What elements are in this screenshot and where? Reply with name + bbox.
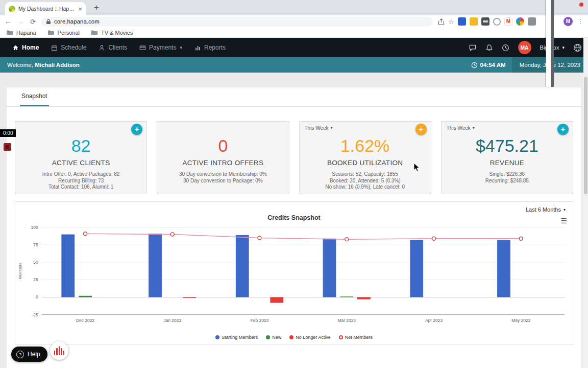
chat-icon[interactable] [469, 44, 477, 52]
extension-icon[interactable] [493, 18, 501, 26]
feedback-widget-icon [54, 351, 56, 355]
scrollbar-track[interactable] [583, 38, 588, 368]
credits-snapshot-card: Last 6 Months ▾ Credits Snapshot ☰ 10075… [15, 201, 573, 344]
svg-text:25: 25 [33, 277, 38, 282]
chart-range-dropdown[interactable]: Last 6 Months ▾ [15, 202, 573, 213]
welcome-bar: Welcome, Michali Addison 04:54 AM Monday… [0, 57, 588, 73]
card-period-dropdown[interactable]: This Week▾ [447, 125, 475, 131]
folder-icon [47, 30, 55, 35]
chevron-down-icon: ▾ [562, 45, 565, 50]
back-icon[interactable]: ← [5, 18, 11, 25]
bookmark-star-icon[interactable]: ☆ [448, 18, 454, 26]
feedback-widget-icon [56, 348, 58, 355]
bar-chart-icon [194, 44, 201, 51]
stat-details: 30 Day conversion to Membership: 0% 30 D… [157, 171, 288, 184]
stat-card-booked-utilization: This Week▾ + 1.62% BOOKED UTILIZATION Se… [299, 121, 431, 194]
card-period-dropdown[interactable]: This Week▾ [305, 125, 333, 131]
nav-item-home[interactable]: Home [6, 38, 45, 57]
calendar-icon [51, 44, 58, 51]
legend-marker [215, 335, 219, 339]
stat-value: 82 [15, 137, 146, 154]
stat-value: 1.62% [300, 137, 431, 154]
reload-icon[interactable]: ⟳ [30, 18, 36, 25]
stat-details: Sessions: 52, Capacity: 1855 Booked: 30,… [300, 171, 431, 191]
legend-item[interactable]: No Longer Active [289, 335, 331, 340]
chart-menu-icon[interactable]: ☰ [560, 217, 567, 224]
nav-item-payments[interactable]: Payments ▾ [133, 38, 188, 57]
stat-details: Single: $226.36 Recurring: $248.85 [442, 171, 573, 184]
legend-item[interactable]: Starting Members [215, 335, 258, 340]
feedback-widget-icon [63, 351, 65, 355]
new-tab-button[interactable]: + [94, 3, 99, 12]
welcome-text: Welcome, Michali Addison [7, 62, 80, 68]
chevron-down-icon: ▾ [564, 208, 566, 212]
tab-close-icon[interactable]: × [78, 6, 82, 12]
bell-icon[interactable] [485, 44, 493, 52]
stat-card-revenue: This Week▾ + $475.21 REVENUE Single: $22… [441, 121, 573, 194]
extension-icon[interactable] [458, 17, 466, 26]
svg-text:Apr 2023: Apr 2023 [425, 318, 443, 323]
legend-item[interactable]: New [266, 335, 281, 340]
browser-profile-avatar[interactable]: M [564, 17, 573, 26]
feedback-widget-button[interactable] [50, 341, 68, 360]
stat-label: BOOKED UTILIZATION [300, 159, 431, 167]
card-icon [139, 44, 146, 51]
svg-text:-25: -25 [32, 312, 38, 317]
browser-tab[interactable]: My Dashboard :: Hapana | Tak × [5, 2, 86, 15]
scrollbar-thumb[interactable] [584, 77, 587, 194]
bookmark-folder[interactable]: Personal [47, 30, 80, 36]
svg-text:75: 75 [33, 242, 38, 247]
nav-item-clients[interactable]: Clients [92, 38, 133, 57]
extension-icon[interactable] [516, 17, 524, 26]
tab-title: My Dashboard :: Hapana | Tak [18, 6, 75, 12]
stat-cards-row: ▾ + 82 ACTIVE CLIENTS Intro Offer: 0, Ac… [7, 107, 581, 194]
svg-text:Members: Members [18, 263, 22, 280]
browser-menu-icon[interactable]: ⋮ [577, 18, 583, 25]
stat-value: 0 [157, 137, 288, 154]
nav-item-reports[interactable]: Reports [188, 38, 232, 57]
share-icon[interactable] [438, 18, 445, 25]
chevron-down-icon: ▾ [331, 126, 333, 130]
user-name: Michali Addison [35, 62, 80, 68]
add-button[interactable]: + [131, 124, 142, 135]
nav-item-schedule[interactable]: Schedule [45, 38, 92, 57]
feedback-widget-icon [59, 346, 60, 355]
tab-snapshot[interactable]: Snapshot [20, 93, 49, 106]
extension-icon[interactable] [528, 17, 536, 26]
legend-marker [266, 335, 270, 339]
add-button[interactable]: + [415, 124, 427, 135]
chevron-down-icon: ▾ [180, 45, 182, 50]
stat-card-active-clients: ▾ + 82 ACTIVE CLIENTS Intro Offer: 0, Ac… [15, 121, 147, 194]
svg-text:100: 100 [31, 225, 38, 230]
legend-item[interactable]: Net Members [339, 335, 373, 340]
legend-marker [339, 335, 343, 339]
user-avatar[interactable]: MA [518, 41, 531, 54]
globe-icon[interactable] [573, 43, 582, 52]
stat-label: REVENUE [442, 159, 573, 167]
dashboard-panel: Snapshot ▾ + 82 ACTIVE CLIENTS Intro Off… [6, 87, 582, 368]
address-bar[interactable]: core.hapana.com [41, 17, 433, 27]
forward-icon[interactable]: → [17, 18, 24, 25]
stop-icon [6, 145, 9, 149]
svg-text:May 2023: May 2023 [511, 318, 530, 323]
recording-indicator-dot [579, 3, 583, 7]
bookmark-folder[interactable]: TV & Movies [91, 30, 133, 36]
feedback-widget-icon [61, 348, 62, 355]
bookmark-folder[interactable]: Hapana [6, 30, 36, 36]
svg-text:50: 50 [33, 260, 38, 265]
folder-icon [91, 30, 98, 35]
legend-marker [289, 335, 293, 339]
site-favicon [9, 6, 15, 12]
add-button[interactable]: + [557, 124, 569, 135]
stat-label: ACTIVE INTRO OFFERS [157, 159, 288, 167]
gmail-extension-icon[interactable]: M [504, 17, 512, 26]
extension-icon[interactable] [481, 17, 489, 26]
browser-url-bar: ← → ⟳ core.hapana.com ☆ M M ⋮ [0, 15, 588, 28]
browser-tab-strip: My Dashboard :: Hapana | Tak × + [0, 0, 588, 15]
extension-icon[interactable] [470, 17, 478, 26]
recording-stop-button[interactable] [4, 143, 11, 151]
help-button[interactable]: ? Help [11, 347, 47, 362]
stat-label: ACTIVE CLIENTS [15, 159, 146, 167]
clock-icon[interactable] [502, 44, 509, 52]
svg-text:Mar 2023: Mar 2023 [337, 318, 356, 323]
